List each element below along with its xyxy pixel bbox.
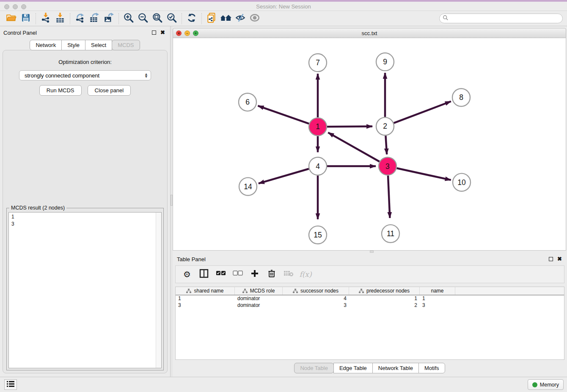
clone-network-button[interactable]	[204, 12, 219, 25]
tab-style[interactable]: Style	[61, 40, 85, 50]
add-column-button[interactable]	[248, 268, 261, 281]
graph-edge-2-8[interactable]	[394, 101, 451, 123]
network-graph[interactable]: 7968124314101511	[173, 38, 566, 250]
graph-node-2[interactable]: 2	[376, 117, 394, 135]
cell-shared-name[interactable]: 3	[176, 302, 235, 309]
float-panel-icon[interactable]	[152, 30, 156, 35]
graph-node-8[interactable]: 8	[452, 88, 470, 106]
table-row[interactable]: 3 dominator 3 2 3	[176, 302, 564, 309]
result-scrollbar[interactable]	[156, 213, 161, 368]
cell-mcds-role[interactable]: dominator	[235, 302, 283, 309]
tab-network-table[interactable]: Network Table	[372, 363, 419, 373]
zoom-in-button[interactable]	[121, 12, 136, 25]
split-columns-button[interactable]	[198, 268, 210, 281]
gear-icon: ⚙	[183, 269, 191, 279]
cell-name[interactable]: 3	[420, 302, 455, 309]
deselect-all-columns-button[interactable]	[231, 268, 244, 281]
graph-edge-1-2[interactable]	[327, 127, 372, 127]
column-header-mcds-role[interactable]: MCDS role	[235, 287, 283, 295]
svg-text:9: 9	[383, 58, 387, 66]
search-box[interactable]	[439, 14, 563, 23]
delete-columns-button[interactable]	[265, 268, 278, 281]
search-input[interactable]	[450, 16, 562, 22]
graph-node-1[interactable]: 1	[309, 118, 327, 135]
graph-node-14[interactable]: 14	[239, 178, 257, 196]
graph-edge-2-3[interactable]	[385, 135, 387, 154]
column-header-successor-nodes[interactable]: successor nodes	[283, 287, 349, 295]
table-panel-title: Table Panel	[177, 256, 206, 262]
graph-node-10[interactable]: 10	[453, 174, 471, 191]
table-panel: Table Panel ✖ ⚙ f(x)	[173, 253, 567, 377]
delete-table-button[interactable]	[282, 268, 295, 281]
export-image-button[interactable]	[102, 12, 116, 25]
graph-edge-3-1[interactable]	[328, 133, 379, 162]
mcds-result-textarea[interactable]: 1 3	[8, 212, 162, 368]
tab-select[interactable]: Select	[85, 40, 112, 50]
cell-successor-nodes[interactable]: 4	[283, 295, 349, 302]
tree-icon	[242, 289, 248, 293]
import-table-icon	[55, 12, 66, 25]
cell-shared-name[interactable]: 1	[176, 295, 235, 302]
zoom-selected-button[interactable]	[165, 12, 179, 25]
memory-label: Memory	[540, 382, 559, 388]
network-window-titlebar[interactable]: ✕ − + scc.txt	[173, 28, 566, 38]
zoom-fit-button[interactable]	[150, 12, 165, 25]
float-table-panel-icon[interactable]	[549, 257, 553, 261]
column-header-shared-name[interactable]: shared name	[176, 287, 235, 295]
column-header-predecessor-nodes[interactable]: predecessor nodes	[349, 287, 420, 295]
close-panel-icon[interactable]: ✖	[160, 30, 165, 35]
svg-text:7: 7	[316, 58, 320, 67]
tab-motifs[interactable]: Motifs	[418, 363, 445, 373]
graph-edge-3-10[interactable]	[397, 168, 451, 180]
graph-node-3[interactable]: 3	[379, 157, 396, 175]
table-tabs: Node Table Edge Table Network Table Moti…	[173, 363, 567, 373]
graph-node-4[interactable]: 4	[309, 157, 327, 175]
cell-mcds-role[interactable]: dominator	[235, 295, 283, 302]
select-all-columns-button[interactable]	[215, 268, 227, 281]
column-header-name[interactable]: name	[420, 287, 455, 295]
cell-name[interactable]: 1	[420, 295, 455, 302]
open-session-button[interactable]	[4, 12, 19, 25]
import-table-button[interactable]	[53, 12, 67, 25]
home-button[interactable]	[219, 12, 233, 25]
show-graphics-details-button[interactable]	[248, 12, 262, 25]
tab-mcds[interactable]: MCDS	[112, 40, 140, 50]
hide-graphics-details-button[interactable]	[233, 12, 248, 25]
graph-node-9[interactable]: 9	[376, 53, 394, 71]
table-toolbar: ⚙ f(x)	[175, 265, 564, 283]
refresh-button[interactable]	[184, 12, 199, 25]
zoom-out-button[interactable]	[136, 12, 150, 25]
close-table-panel-icon[interactable]: ✖	[557, 257, 562, 261]
run-mcds-button[interactable]: Run MCDS	[39, 85, 82, 96]
close-panel-button[interactable]: Close panel	[88, 85, 131, 96]
zoom-out-icon	[138, 12, 149, 25]
graph-edge-3-11[interactable]	[388, 176, 390, 218]
criterion-select[interactable]: strongly connected component ▲▼	[19, 70, 151, 80]
import-network-button[interactable]	[39, 12, 53, 25]
tab-network[interactable]: Network	[30, 40, 62, 50]
tab-edge-table[interactable]: Edge Table	[333, 363, 373, 373]
table-row[interactable]: 1 dominator 4 1 1	[176, 295, 564, 302]
export-image-icon	[103, 12, 114, 25]
function-builder-button[interactable]: f(x)	[299, 268, 312, 281]
export-network-icon	[74, 12, 85, 25]
memory-button[interactable]: Memory	[528, 379, 564, 390]
mcds-result-title: MCDS result (2 nodes)	[9, 205, 66, 211]
cell-predecessor-nodes[interactable]: 1	[349, 295, 420, 302]
network-canvas[interactable]: 7968124314101511	[173, 38, 566, 251]
save-session-button[interactable]	[19, 12, 33, 25]
cell-successor-nodes[interactable]: 3	[283, 302, 349, 309]
task-history-button[interactable]	[4, 379, 17, 390]
export-network-button[interactable]	[73, 12, 87, 25]
export-table-button[interactable]	[87, 12, 102, 25]
cell-predecessor-nodes[interactable]: 2	[349, 302, 420, 309]
graph-edge-1-6[interactable]	[258, 106, 309, 124]
table-settings-button[interactable]: ⚙	[181, 268, 193, 281]
tab-node-table[interactable]: Node Table	[294, 363, 334, 373]
graph-node-11[interactable]: 11	[382, 225, 399, 243]
graph-node-6[interactable]: 6	[239, 93, 256, 111]
graph-node-15[interactable]: 15	[309, 226, 327, 244]
mcds-result-group: MCDS result (2 nodes) 1 3	[6, 208, 164, 370]
graph-node-7[interactable]: 7	[309, 54, 327, 72]
graph-edge-4-14[interactable]	[259, 169, 309, 184]
